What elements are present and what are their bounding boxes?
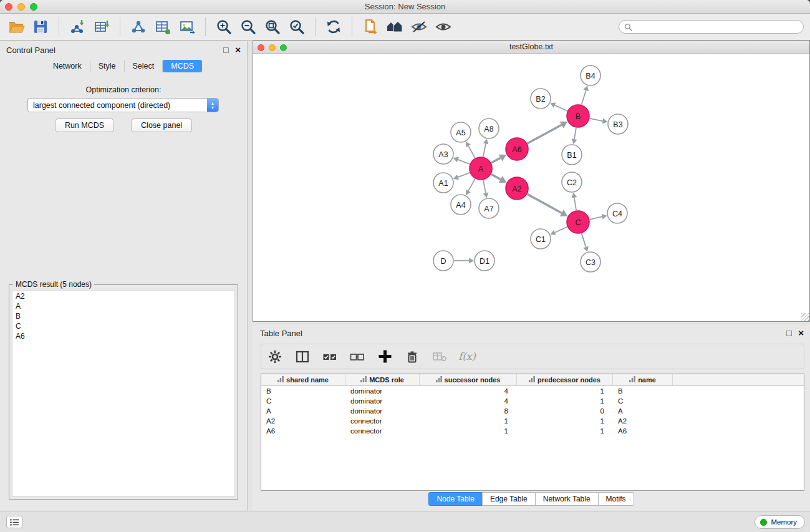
- table-row[interactable]: A6connector11A6: [261, 426, 804, 436]
- import-network-button[interactable]: [67, 17, 87, 37]
- home-networks-button[interactable]: [385, 17, 405, 37]
- zoom-network-window-button[interactable]: [280, 44, 287, 51]
- task-history-button[interactable]: [6, 516, 22, 528]
- edge-A-A8[interactable]: [483, 143, 486, 157]
- titlebar[interactable]: Session: New Session: [0, 0, 810, 14]
- edge-B-B2[interactable]: [555, 105, 567, 111]
- float-table-panel-icon[interactable]: [786, 331, 792, 336]
- edge-A-A4[interactable]: [468, 179, 475, 191]
- zoom-selected-button[interactable]: [287, 17, 307, 37]
- zoom-in-button[interactable]: [214, 17, 234, 37]
- column-header-predecessor-nodes[interactable]: predecessor nodes: [517, 374, 613, 385]
- tab-node-table[interactable]: Node Table: [428, 492, 483, 506]
- node-C[interactable]: C: [567, 211, 589, 233]
- tab-select[interactable]: Select: [125, 60, 163, 72]
- edge-A-A2[interactable]: [491, 174, 501, 179]
- node-D[interactable]: D: [433, 251, 453, 271]
- table-row[interactable]: Cdominator41C: [261, 396, 804, 406]
- edge-C-C1[interactable]: [555, 227, 567, 233]
- node-A1[interactable]: A1: [433, 173, 453, 193]
- export-image-button[interactable]: [177, 17, 197, 37]
- search-field[interactable]: [619, 20, 804, 34]
- edge-A-A1[interactable]: [458, 173, 470, 177]
- search-input[interactable]: [635, 22, 798, 31]
- open-file-button[interactable]: [6, 17, 26, 37]
- table-row[interactable]: Bdominator41B: [261, 386, 804, 396]
- edge-B-B1[interactable]: [574, 128, 576, 140]
- network-table-button[interactable]: [153, 17, 173, 37]
- minimize-window-button[interactable]: [17, 3, 25, 11]
- node-A[interactable]: A: [470, 157, 492, 180]
- close-window-button[interactable]: [5, 3, 12, 11]
- node-C4[interactable]: C4: [607, 203, 627, 223]
- show-columns-button[interactable]: [294, 348, 311, 365]
- memory-button[interactable]: Memory: [755, 515, 805, 529]
- delete-table-button[interactable]: [431, 348, 448, 365]
- zoom-out-button[interactable]: [238, 17, 258, 37]
- result-item[interactable]: B: [12, 311, 234, 321]
- result-item[interactable]: A6: [12, 331, 234, 341]
- add-column-button[interactable]: [376, 348, 393, 365]
- import-table-button[interactable]: [92, 17, 112, 37]
- function-builder-button[interactable]: f(x): [458, 348, 476, 365]
- edge-A-A6[interactable]: [491, 158, 501, 163]
- node-A8[interactable]: A8: [479, 118, 499, 138]
- node-D1[interactable]: D1: [475, 251, 494, 271]
- node-C2[interactable]: C2: [562, 172, 582, 192]
- tab-style[interactable]: Style: [90, 60, 125, 72]
- table-row[interactable]: A2connector11A2: [261, 416, 804, 426]
- delete-column-button[interactable]: [403, 348, 421, 365]
- edge-B-B4[interactable]: [582, 90, 586, 105]
- node-B2[interactable]: B2: [531, 89, 551, 109]
- deselect-all-button[interactable]: [349, 348, 366, 365]
- node-C1[interactable]: C1: [531, 229, 551, 249]
- edge-C-C2[interactable]: [574, 198, 576, 211]
- node-A3[interactable]: A3: [433, 144, 453, 164]
- zoom-fit-button[interactable]: [263, 17, 282, 37]
- column-header-MCDS-role[interactable]: MCDS role: [345, 374, 420, 385]
- node-A7[interactable]: A7: [479, 198, 499, 218]
- fullscreen-window-button[interactable]: [30, 3, 37, 11]
- edge-A-A3[interactable]: [458, 160, 470, 164]
- edge-C-C3[interactable]: [582, 233, 586, 247]
- edge-B-B3[interactable]: [590, 118, 603, 121]
- table-row[interactable]: Adominator80A: [261, 406, 804, 416]
- node-A4[interactable]: A4: [451, 195, 471, 215]
- refresh-button[interactable]: [324, 17, 344, 37]
- node-A2[interactable]: A2: [506, 177, 528, 200]
- column-header-name[interactable]: name: [613, 374, 673, 385]
- node-A5[interactable]: A5: [451, 122, 471, 142]
- close-table-panel-icon[interactable]: ×: [798, 330, 804, 336]
- minimize-network-window-button[interactable]: [269, 44, 276, 51]
- tab-edge-table[interactable]: Edge Table: [482, 492, 536, 506]
- show-details-button[interactable]: [433, 17, 453, 37]
- node-C3[interactable]: C3: [581, 252, 600, 272]
- float-panel-icon[interactable]: [223, 47, 229, 53]
- select-all-button[interactable]: [321, 348, 339, 365]
- hide-details-button[interactable]: [409, 17, 429, 37]
- resize-grip[interactable]: [801, 313, 809, 321]
- edge-A-A7[interactable]: [483, 180, 486, 193]
- node-table[interactable]: shared nameMCDS rolesuccessor nodesprede…: [261, 374, 804, 491]
- tab-network-table[interactable]: Network Table: [535, 492, 599, 506]
- network-canvas[interactable]: B4B2BB3B1A5A8A6A3AA1A4A7A2C2C1CC4C3DD1: [253, 54, 809, 321]
- save-session-button[interactable]: [31, 17, 51, 37]
- result-item[interactable]: A2: [12, 291, 234, 301]
- node-B1[interactable]: B1: [562, 145, 582, 165]
- mcds-result-list[interactable]: A2ABCA6: [12, 291, 235, 496]
- tab-motifs[interactable]: Motifs: [598, 492, 634, 506]
- column-header-successor-nodes[interactable]: successor nodes: [420, 374, 517, 385]
- node-A6[interactable]: A6: [506, 138, 528, 160]
- close-network-window-button[interactable]: [258, 44, 264, 51]
- edge-A2-C[interactable]: [528, 194, 562, 213]
- result-item[interactable]: A: [12, 301, 234, 311]
- network-share-button[interactable]: [128, 17, 148, 37]
- edge-A6-B[interactable]: [528, 125, 562, 143]
- tab-network[interactable]: Network: [45, 60, 90, 72]
- criterion-dropdown[interactable]: largest connected component (directed) ▲…: [27, 98, 219, 112]
- close-panel-button[interactable]: Close panel: [131, 118, 192, 132]
- tab-mcds[interactable]: MCDS: [163, 60, 202, 72]
- node-B4[interactable]: B4: [581, 65, 600, 85]
- run-mcds-button[interactable]: Run MCDS: [55, 118, 114, 132]
- edge-C-C4[interactable]: [590, 216, 602, 219]
